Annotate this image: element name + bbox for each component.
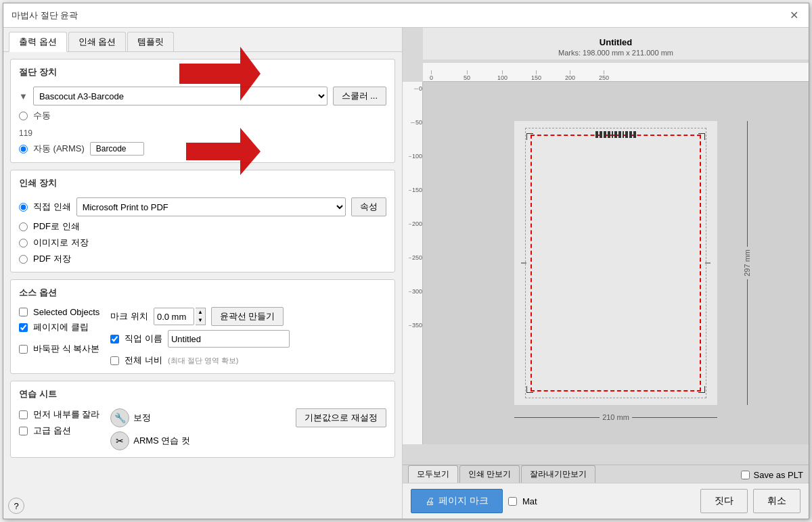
view-tab-all[interactable]: 모두보기 [408,465,458,483]
ruler-left: 0 50 100 150 200 250 300 350 [403,82,423,444]
full-width-label: 전체 너비 [125,354,162,366]
page-clip-row: 페이지에 클립 [19,321,99,333]
exercise-content: 먼저 내부를 잘라 고급 옵션 🔧 보정 [19,408,386,450]
auto-label: 자동 (ARMS) [33,143,85,155]
mid-mark-left [521,263,526,264]
title-bar: 마법사 절단 윤곽 ✕ [3,3,809,28]
source-section-title: 소스 옵션 [19,287,386,302]
mark-position-label: 마크 위치 [110,310,148,323]
filter-icon: ▼ [19,91,28,101]
number-badge: 119 [19,128,32,138]
job-name-row: 직업 이름 [110,330,290,348]
direct-print-radio[interactable] [19,203,28,212]
auto-radio[interactable] [19,145,28,153]
printer-select[interactable]: Microsoft Print to PDF [76,197,346,216]
bottom-left: 🖨 페이지 마크 Mat [411,489,537,513]
reset-button[interactable]: 기본값으로 재설정 [296,408,386,427]
print-section: 인쇄 장치 직접 인쇄 Microsoft Print to PDF 속성 [10,170,395,272]
page-mark-label: 페이지 마크 [438,495,489,507]
pdf-save-radio[interactable] [19,255,28,264]
print-row-pdf: PDF로 인쇄 [19,220,386,233]
corner-mark-tl-v [526,133,527,140]
save-plt-label: Save as PLT [754,470,803,480]
paper-preview [514,121,717,405]
page-clip-checkbox[interactable] [19,323,28,332]
contour-button[interactable]: 윤곽선 만들기 [211,307,284,326]
mark-tick-3 [604,131,606,138]
job-name-checkbox[interactable] [110,335,119,343]
save-plt-checkbox[interactable] [741,471,750,479]
page-mark-icon: 🖨 [425,496,434,506]
dim-right: 297 mm [743,121,751,405]
mark-tick-9 [625,131,628,138]
arms-cut-row: ✂ ARMS 연습 컷 [110,431,285,450]
selected-objects-checkbox[interactable] [19,308,28,316]
panel-content: 절단 장치 ▼ Bascocut A3-Barcode 스쿨러 ... [3,52,402,519]
mark-tick-8 [623,131,624,138]
tab-print-options[interactable]: 인쇄 옵션 [68,32,127,51]
mark-input-wrap: ▲ ▼ [154,308,206,325]
dim-bottom: 210 mm [514,413,717,421]
corner-mark-tl-h [526,133,533,134]
save-plt-row: Save as PLT [741,470,803,483]
cut-inside-label: 먼저 내부를 잘라 [33,408,99,421]
image-save-radio[interactable] [19,239,28,247]
job-name-label: 직업 이름 [125,333,162,345]
mark-spinner[interactable]: ▲ ▼ [196,308,206,325]
selected-objects-label: Selected Objects [33,307,99,317]
correction-btn-row: 🔧 보정 [110,408,285,427]
cancel-button[interactable]: 휘소 [753,489,800,513]
selected-objects-row: Selected Objects [19,307,99,317]
tab-template[interactable]: 템플릿 [127,32,174,51]
auto-mode-row: 자동 (ARMS) Barcode [19,142,386,156]
preview-header: Untitled Marks: 198.000 mm x 211.000 mm [423,28,809,60]
manual-radio-row: 수동 [19,110,386,122]
exercise-section-title: 연습 시트 [19,388,386,403]
mark-tick-7 [618,131,621,138]
cutter-device-row: ▼ Bascocut A3-Barcode 스쿨러 ... [19,87,386,105]
correction-icon: 🔧 [110,408,129,427]
pdf-print-radio[interactable] [19,222,28,231]
cutter-device-select[interactable]: Bascocut A3-Barcode [33,87,328,105]
job-name-input[interactable] [168,330,290,348]
manual-radio[interactable] [19,112,28,120]
tab-bar: 출력 옵션 인쇄 옵션 템플릿 [3,28,402,52]
mat-checkbox[interactable] [508,497,517,506]
page-mark-button[interactable]: 🖨 페이지 마크 [411,489,503,513]
cutter-section-title: 절단 장치 [19,66,386,81]
mid-mark-right [705,263,710,264]
cutter-select-wrap: ▼ Bascocut A3-Barcode [19,87,328,105]
corner-mark-bl-v [526,386,527,393]
scroll-button[interactable]: 스쿨러 ... [333,87,386,105]
view-tab-print[interactable]: 인쇄 만보기 [459,465,520,483]
cut-inside-checkbox[interactable] [19,410,28,419]
right-panel: Untitled Marks: 198.000 mm x 211.000 mm … [403,28,809,519]
full-width-checkbox[interactable] [110,356,119,365]
print-row-direct: 직접 인쇄 Microsoft Print to PDF 속성 [19,197,386,216]
arms-cut-label: ARMS 연습 컷 [133,435,190,447]
cut-inside-row: 먼저 내부를 잘라 [19,408,99,421]
auto-radio-row: 119 [19,128,386,138]
mode-radio-group: 수동 119 자동 (ARMS) Barcode [19,110,386,156]
advanced-checkbox[interactable] [19,427,28,435]
print-row-pdf-save: PDF 저장 [19,253,386,265]
exercise-section: 연습 시트 먼저 내부를 잘라 고급 옵션 [10,381,395,458]
backgammon-checkbox[interactable] [19,345,28,354]
tab-output-options[interactable]: 출력 옵션 [9,32,67,52]
mark-tick-5 [612,131,613,138]
mark-position-input[interactable] [154,308,194,325]
preview-subtitle: Marks: 198.000 mm x 211.000 mm [423,49,809,57]
clear-button[interactable]: 짓다 [700,489,748,513]
dialog-body: 출력 옵션 인쇄 옵션 템플릿 절단 장치 ▼ Bascocut A3-Barc… [3,28,809,519]
help-button[interactable]: ? [8,498,24,514]
paper-red-dashed-border [531,135,701,392]
mark-tick-2 [600,131,602,138]
close-button[interactable]: ✕ [787,9,800,22]
print-options: 직접 인쇄 Microsoft Print to PDF 속성 PDF로 인쇄 [19,197,386,265]
reset-btn-wrap: 기본값으로 재설정 [296,408,386,427]
view-tab-cut[interactable]: 잘라내기만보기 [521,465,595,483]
view-tabs: 모두보기 인쇄 만보기 잘라내기만보기 Save as PLT [403,465,809,483]
full-width-row: 전체 너비 (최대 절단 영역 확보) [110,354,290,366]
paper-marks [535,130,697,139]
properties-button[interactable]: 속성 [351,197,386,216]
